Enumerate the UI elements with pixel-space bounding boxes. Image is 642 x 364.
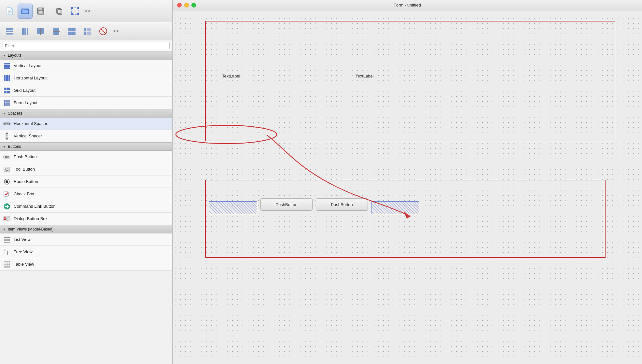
form-layout-label: Form Layout bbox=[14, 100, 37, 105]
layout-split-h-button[interactable] bbox=[33, 24, 48, 39]
layout-vert-button[interactable] bbox=[18, 24, 33, 39]
list-view-label: List View bbox=[14, 237, 31, 242]
layout-form-button[interactable] bbox=[80, 24, 95, 39]
widget-check-box[interactable]: Check Box bbox=[0, 188, 172, 200]
close-button[interactable] bbox=[177, 3, 182, 7]
open-file-button[interactable] bbox=[18, 4, 33, 19]
widget-grid-layout[interactable]: Grid Layout bbox=[0, 84, 172, 97]
svg-rect-40 bbox=[6, 75, 8, 81]
buttons-arrow: ▼ bbox=[3, 145, 6, 148]
layouts-arrow: ▼ bbox=[3, 54, 6, 57]
svg-rect-10 bbox=[71, 7, 73, 9]
tool-button-label: Tool Button bbox=[14, 167, 35, 172]
new-file-button[interactable]: 📄 bbox=[2, 4, 17, 19]
form-canvas[interactable]: TextLabel TextLabel PushButton PushButto… bbox=[173, 10, 642, 364]
section-buttons[interactable]: ▼ Buttons bbox=[0, 142, 172, 151]
form-container-bottom[interactable]: PushButton PushButton bbox=[205, 180, 606, 258]
item-views-arrow: ▼ bbox=[3, 228, 6, 231]
push-button-1[interactable]: PushButton bbox=[260, 198, 313, 211]
window-titlebar: Form - untitled bbox=[173, 0, 642, 10]
right-horizontal-spacer bbox=[371, 201, 419, 214]
widget-list-view[interactable]: List View bbox=[0, 233, 172, 246]
horizontal-layout-label: Horizontal Layout bbox=[14, 76, 47, 80]
svg-rect-28 bbox=[68, 32, 72, 35]
section-item-views[interactable]: ▼ Item Views (Model-Based) bbox=[0, 225, 172, 233]
save-file-button[interactable] bbox=[33, 4, 48, 19]
svg-rect-71 bbox=[4, 237, 10, 238]
svg-point-79 bbox=[7, 251, 8, 253]
push-button-2[interactable]: PushButton bbox=[316, 198, 368, 211]
toolbar-top-more[interactable]: >> bbox=[83, 8, 92, 14]
vertical-spacer-icon bbox=[3, 133, 10, 140]
layout-grid-button[interactable] bbox=[64, 24, 79, 39]
text-label-1[interactable]: TextLabel bbox=[222, 74, 240, 78]
svg-rect-48 bbox=[4, 103, 6, 106]
widget-table-view[interactable]: Table View bbox=[0, 258, 172, 271]
maximize-button[interactable] bbox=[191, 3, 196, 7]
svg-rect-49 bbox=[6, 103, 10, 106]
break-layout-button[interactable] bbox=[96, 24, 111, 39]
filter-input[interactable] bbox=[3, 42, 170, 49]
svg-rect-32 bbox=[84, 32, 86, 35]
svg-rect-4 bbox=[38, 8, 42, 10]
svg-rect-30 bbox=[84, 28, 86, 31]
svg-rect-36 bbox=[4, 63, 10, 64]
widget-tool-button[interactable]: Tool Button bbox=[0, 163, 172, 175]
svg-rect-45 bbox=[7, 91, 10, 93]
vertical-spacer-label: Vertical Spacer bbox=[14, 133, 42, 138]
tool-button-icon bbox=[3, 166, 10, 173]
toolbar-second: >> bbox=[0, 22, 172, 40]
check-box-label: Check Box bbox=[14, 191, 34, 196]
widget-form-layout[interactable]: Form Layout bbox=[0, 97, 172, 109]
widget-dialog-button-box[interactable]: Dialog Button Box bbox=[0, 213, 172, 225]
svg-rect-31 bbox=[87, 28, 91, 31]
widget-vertical-spacer[interactable]: Vertical Spacer bbox=[0, 130, 172, 142]
svg-rect-6 bbox=[39, 11, 42, 13]
widget-vertical-layout[interactable]: Vertical Layout bbox=[0, 60, 172, 72]
layout-horiz-button[interactable] bbox=[2, 24, 17, 39]
minimize-button[interactable] bbox=[184, 3, 189, 7]
section-spacers[interactable]: ▼ Spacers bbox=[0, 109, 172, 118]
spacers-arrow: ▼ bbox=[3, 112, 6, 115]
widget-push-button[interactable]: OK Push Button bbox=[0, 151, 172, 163]
svg-rect-16 bbox=[6, 33, 13, 35]
svg-rect-46 bbox=[4, 100, 6, 103]
svg-rect-12 bbox=[71, 13, 73, 15]
svg-point-75 bbox=[4, 249, 6, 251]
traffic-lights bbox=[177, 3, 196, 7]
vertical-layout-icon bbox=[3, 62, 10, 69]
left-horizontal-spacer bbox=[209, 201, 257, 214]
svg-rect-2 bbox=[22, 10, 28, 13]
radio-button-icon bbox=[3, 178, 10, 185]
push-button-label: Push Button bbox=[14, 154, 37, 159]
svg-rect-47 bbox=[6, 100, 10, 103]
copy-form-button[interactable] bbox=[52, 4, 67, 19]
svg-text:OK: OK bbox=[5, 156, 9, 159]
svg-rect-44 bbox=[4, 91, 7, 93]
widget-horizontal-layout[interactable]: Horizontal Layout bbox=[0, 72, 172, 84]
dialog-button-box-label: Dialog Button Box bbox=[14, 216, 48, 221]
command-link-button-icon bbox=[3, 203, 10, 210]
toolbar-second-more[interactable]: >> bbox=[111, 28, 120, 34]
svg-rect-20 bbox=[37, 28, 40, 34]
svg-rect-13 bbox=[77, 13, 79, 15]
section-layouts[interactable]: ▼ Layouts bbox=[0, 51, 172, 60]
svg-rect-42 bbox=[4, 88, 7, 90]
layout-split-v-button[interactable] bbox=[49, 24, 64, 39]
svg-rect-33 bbox=[87, 32, 91, 35]
toolbar-separator-1 bbox=[50, 5, 50, 17]
right-panel: Form - untitled TextLabel TextLabel Push… bbox=[173, 0, 642, 364]
widget-tree-view[interactable]: Tree View bbox=[0, 246, 172, 258]
form-container-top[interactable]: TextLabel TextLabel bbox=[205, 21, 615, 141]
toolbar-top: 📄 bbox=[0, 0, 172, 22]
select-tool-button[interactable] bbox=[67, 4, 82, 19]
svg-rect-38 bbox=[4, 67, 10, 69]
svg-rect-43 bbox=[7, 88, 10, 90]
widget-radio-button[interactable]: Radio Button bbox=[0, 175, 172, 188]
radio-button-label: Radio Button bbox=[14, 179, 38, 184]
widget-list: ▼ Layouts Vertical Layout Horizo bbox=[0, 51, 172, 364]
spacers-label: Spacers bbox=[8, 111, 22, 116]
widget-command-link-button[interactable]: Command Link Button bbox=[0, 200, 172, 213]
widget-horizontal-spacer[interactable]: Horizontal Spacer bbox=[0, 118, 172, 130]
text-label-2[interactable]: TextLabel bbox=[356, 74, 374, 78]
